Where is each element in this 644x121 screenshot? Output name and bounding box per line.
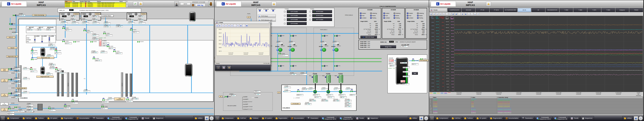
vlp-enable-button[interactable]: ✓VLP2 Enable bbox=[287, 14, 307, 17]
trend-tab[interactable]: 2K bbox=[532, 8, 545, 12]
instrument-readout[interactable]: TT4319+23.2C bbox=[18, 109, 25, 112]
instrument-readout[interactable]: PT43081.07bar bbox=[26, 106, 33, 109]
vacuum-pump[interactable]: VP2340TSH2340M bbox=[276, 48, 282, 52]
instrument-readout[interactable]: 100.0% bbox=[102, 101, 109, 103]
valve[interactable]: CV3229 bbox=[102, 99, 105, 101]
instrument-readout[interactable]: TT332041.0K bbox=[72, 21, 78, 24]
instrument-readout[interactable]: 60.1% bbox=[65, 29, 72, 31]
valve[interactable]: XV2359 bbox=[290, 35, 293, 37]
valve[interactable]: HV4229 bbox=[294, 97, 296, 99]
alarm-table[interactable]: DateTimeNumberStatusAreaSourceEvent 4/26… bbox=[65, 1, 126, 7]
legend-row[interactable]: 9ST359015394/29/2025 12:53:38 PM bbox=[430, 106, 643, 107]
home-button[interactable]: ⌂ bbox=[216, 65, 220, 70]
valve[interactable]: CV3435 bbox=[72, 100, 74, 102]
graph-link[interactable]: 3110 bbox=[421, 21, 423, 22]
turbines-nav-button[interactable]: Turbines bbox=[95, 13, 100, 15]
instrument-readout[interactable]: PT2301821mbar bbox=[290, 72, 296, 75]
instrument-readout[interactable]: 100.0% bbox=[350, 94, 356, 96]
valve[interactable]: XV4504 bbox=[13, 15, 15, 16]
home-button[interactable]: ⌂ bbox=[215, 116, 220, 121]
instrument-readout[interactable]: PT454814.08bar bbox=[91, 51, 98, 53]
available-checkbox[interactable] bbox=[310, 11, 311, 12]
valve[interactable]: CV3530 bbox=[62, 28, 65, 29]
y-axis-%-bis[interactable]: % bis120.00115.00110.00105.00100.0095.00… bbox=[444, 16, 450, 92]
instrument-readout[interactable]: 100.0% bbox=[338, 94, 346, 96]
instrument-readout[interactable]: TT351972.3K bbox=[60, 71, 66, 74]
instrument-readout[interactable]: 100.0% bbox=[296, 94, 303, 96]
valve[interactable]: XV2371 bbox=[334, 65, 336, 67]
instrument-readout[interactable]: QT4308173.5K bbox=[12, 32, 18, 35]
chart-toolbar-icon[interactable]: ⊖ bbox=[436, 13, 439, 15]
instrument-readout[interactable]: TT3520204.6K bbox=[46, 54, 54, 57]
trend-tab[interactable]: COMPRESSORS bbox=[448, 8, 461, 12]
valve[interactable]: HV3369 bbox=[90, 41, 93, 43]
valve[interactable]: XV2351 bbox=[290, 65, 293, 67]
instrument-readout[interactable]: PDT4229286.3mbar bbox=[309, 99, 316, 102]
screen-switch-button[interactable]: ▣ bbox=[419, 116, 424, 120]
trend-tab[interactable]: VACUUM bbox=[462, 8, 475, 12]
instrument-readout[interactable]: 100.0% bbox=[64, 107, 71, 109]
taskbar-button[interactable]: Compressors bbox=[220, 116, 235, 121]
instrument-readout[interactable]: TT230122.3C bbox=[300, 72, 307, 75]
legend-row[interactable]: 5LT530057.954/29/2025 12:53:21 PM bbox=[430, 100, 643, 101]
valve[interactable]: CV3549 bbox=[113, 51, 116, 52]
vlp-enable-button[interactable]: ✓VLP6 Enable bbox=[312, 14, 332, 17]
instrument-readout[interactable]: TT324869.8K bbox=[23, 91, 30, 94]
legend-row[interactable]: 8ST357019904/29/2025 12:52:44 PM bbox=[430, 104, 643, 106]
instrument-readout[interactable]: TT340174.1K bbox=[23, 67, 30, 70]
instrument-readout[interactable]: 100.0% bbox=[8, 111, 14, 113]
valve[interactable]: EV4300 bbox=[10, 28, 12, 30]
chart-toolbar-icon[interactable]: ⊘ bbox=[439, 13, 442, 15]
trend-tab[interactable]: PT WCS bbox=[490, 8, 503, 12]
instrument-readout[interactable]: TT336010.1K bbox=[92, 21, 99, 24]
home-button[interactable]: ⌂ bbox=[430, 116, 434, 121]
y-axis-P-bis[interactable]: P bis120.00115.00110.00105.00100.0095.00… bbox=[450, 16, 454, 92]
available-checkbox[interactable] bbox=[284, 23, 286, 24]
instrument-readout[interactable]: 0.0% bbox=[30, 71, 37, 72]
pvps-reset-button[interactable]: ▶PVPS Reset bbox=[258, 14, 276, 18]
chart-toolbar-icon[interactable]: ▮ bbox=[461, 13, 464, 15]
instrument-readout[interactable]: PDT42810.0mbar bbox=[344, 99, 352, 102]
popup-toolbar-icon[interactable]: ⇅ bbox=[236, 24, 239, 27]
valve[interactable]: XV4298 bbox=[8, 97, 11, 98]
popup-toolbar-icon[interactable]: ⊞ bbox=[228, 24, 230, 27]
trend-tab[interactable]: T 3530 bbox=[560, 8, 573, 12]
valve[interactable]: CV3394 bbox=[48, 107, 50, 109]
instrument-readout[interactable]: PT4228502mbar bbox=[305, 102, 312, 105]
popup-toolbar-icon[interactable]: ▮▮ bbox=[246, 24, 248, 27]
ack-alarm-button[interactable]: ✓ bbox=[133, 2, 138, 6]
heater-eh3545[interactable] bbox=[99, 39, 102, 46]
valve[interactable]: CV3529 bbox=[55, 50, 57, 52]
settings-button[interactable]: ⚙ bbox=[227, 65, 232, 70]
available-checkbox[interactable] bbox=[284, 15, 286, 16]
alarm-bell-button[interactable] bbox=[272, 2, 276, 6]
legend-row[interactable]: 6ST353020134/29/2025 12:53:10 PM bbox=[430, 101, 643, 103]
instrument-readout[interactable]: TT326419.1K bbox=[83, 89, 90, 92]
cold-compressor-machine[interactable]: CC3210Water bbox=[339, 75, 343, 83]
popup-toolbar-icon[interactable]: ▶ bbox=[219, 24, 221, 27]
vessel[interactable]: A3510 bbox=[40, 66, 45, 75]
exit-button[interactable] bbox=[208, 1, 214, 7]
instrument-readout[interactable]: 0.0% bbox=[282, 55, 288, 56]
setpoint-display[interactable]: 4.6K bbox=[69, 9, 74, 11]
state-checkbox[interactable] bbox=[42, 41, 43, 42]
valve[interactable]: HV3339 bbox=[74, 41, 76, 43]
taskbar-button[interactable]: Sequences bbox=[151, 116, 165, 121]
valve[interactable]: CV3520 bbox=[31, 50, 33, 52]
valve[interactable]: CV3546 bbox=[62, 41, 65, 42]
instrument-readout[interactable]: 67.8% bbox=[132, 31, 139, 33]
valve[interactable]: CV3560 bbox=[84, 30, 86, 31]
alarm-row[interactable]: 4/26/20255:39:30 PM315✓PDAH4563Turbine T… bbox=[65, 4, 126, 5]
taskbar-button[interactable]: Commands Sequences WCS bbox=[535, 116, 552, 121]
trend-tab[interactable]: CB 4K bbox=[518, 8, 531, 12]
chart-toolbar-icon[interactable]: ▩ bbox=[455, 13, 458, 15]
instrument-readout[interactable]: 0.0% bbox=[106, 35, 112, 36]
valve[interactable]: XV4315 bbox=[8, 87, 11, 89]
alarm-horn-button[interactable] bbox=[138, 2, 143, 6]
vessel[interactable] bbox=[189, 12, 196, 22]
valve[interactable]: CV3545 bbox=[107, 46, 109, 47]
vlp-enable-button[interactable]: ✓VLP4 Enable bbox=[287, 22, 307, 25]
state-checkbox[interactable] bbox=[34, 41, 36, 42]
instrument-readout[interactable]: FT43080.019g/s bbox=[26, 109, 33, 112]
chart-toolbar-icon[interactable]: ✓ bbox=[470, 13, 473, 15]
